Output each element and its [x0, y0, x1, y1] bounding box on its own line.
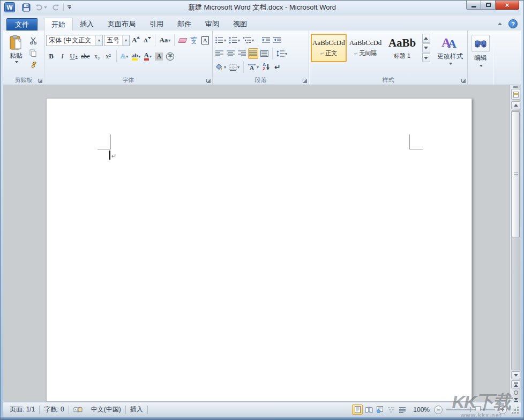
character-shading-button[interactable]: A — [154, 51, 164, 62]
tab-review[interactable]: 审阅 — [198, 18, 226, 31]
text-effects-button[interactable]: A — [119, 51, 130, 62]
tab-insert[interactable]: 插入 — [73, 18, 101, 31]
ruler-toggle-button[interactable] — [511, 89, 520, 100]
scroll-up-button[interactable] — [511, 101, 520, 109]
select-browse-object-button[interactable] — [511, 388, 520, 396]
bold-button[interactable]: B — [46, 51, 56, 62]
clear-formatting-button[interactable] — [177, 35, 188, 46]
minimize-ribbon-button[interactable] — [495, 20, 505, 28]
sort-button[interactable]: A Z — [261, 62, 271, 72]
style-normal[interactable]: AaBbCcDd ↵正文 — [311, 34, 347, 62]
proofing-status[interactable] — [69, 404, 87, 415]
phonetic-guide-button[interactable]: wén 文 — [189, 35, 199, 46]
redo-button[interactable] — [51, 3, 61, 12]
subscript-button[interactable]: x₂ — [92, 51, 102, 62]
restore-button[interactable] — [481, 1, 496, 10]
font-size-dropdown-icon[interactable] — [122, 35, 129, 46]
highlight-color-button[interactable]: ab — [131, 51, 142, 62]
change-styles-button[interactable]: AA 更改样式 — [435, 34, 466, 65]
zoom-in-button[interactable]: + — [498, 406, 507, 414]
scrollbar-track[interactable] — [511, 110, 520, 370]
distributed-button[interactable] — [259, 48, 270, 59]
help-button[interactable]: ? — [508, 19, 518, 28]
font-name-dropdown-icon[interactable] — [95, 35, 102, 46]
zoom-slider-thumb[interactable] — [475, 406, 481, 413]
increase-indent-button[interactable] — [272, 35, 282, 46]
paste-button[interactable]: 粘贴 — [5, 32, 27, 77]
editing-menu-button[interactable] — [471, 35, 490, 52]
shading-button[interactable] — [214, 62, 227, 72]
copy-button[interactable] — [27, 48, 39, 58]
previous-page-button[interactable] — [511, 380, 520, 388]
numbering-button[interactable] — [228, 35, 241, 46]
zoom-out-button[interactable]: − — [434, 406, 443, 414]
superscript-button[interactable]: x² — [103, 51, 114, 62]
insert-mode-indicator[interactable]: 插入 — [126, 404, 147, 415]
customize-qat-button[interactable] — [66, 3, 72, 12]
print-layout-view-button[interactable] — [352, 404, 363, 415]
scrollbar-thumb[interactable] — [512, 111, 520, 237]
font-color-button[interactable]: A — [143, 51, 153, 62]
next-page-button[interactable] — [511, 396, 520, 402]
language-indicator[interactable]: 中文(中国) — [87, 404, 125, 415]
format-painter-button[interactable] — [27, 60, 39, 71]
page-indicator[interactable]: 页面: 1/1 — [5, 404, 39, 415]
zoom-level[interactable]: 100% — [413, 406, 430, 414]
minimize-button[interactable] — [466, 1, 481, 10]
align-left-button[interactable] — [214, 48, 224, 59]
tab-home[interactable]: 开始 — [44, 18, 73, 31]
draft-view-button[interactable] — [397, 404, 408, 415]
strikethrough-button[interactable]: abc — [80, 51, 91, 62]
style-heading1[interactable]: AaBb 标题 1 — [384, 34, 420, 62]
styles-scroll-up-button[interactable] — [422, 34, 430, 43]
save-button[interactable] — [21, 3, 32, 12]
cut-button[interactable] — [27, 35, 39, 46]
tab-view[interactable]: 视图 — [226, 18, 254, 31]
decrease-indent-button[interactable] — [261, 35, 271, 46]
align-right-button[interactable] — [237, 48, 247, 59]
styles-scroll-down-button[interactable] — [422, 43, 430, 52]
font-name-combo[interactable]: 宋体 (中文正文 — [46, 35, 103, 46]
clipboard-dialog-launcher[interactable] — [37, 78, 43, 84]
vertical-scrollbar[interactable] — [510, 85, 521, 402]
character-border-button[interactable]: A — [200, 35, 210, 46]
underline-button[interactable]: U — [69, 51, 79, 62]
enclose-characters-button[interactable]: 字 — [165, 51, 175, 62]
styles-dialog-launcher[interactable] — [460, 78, 466, 84]
paragraph-dialog-launcher[interactable] — [302, 78, 308, 84]
grow-font-button[interactable]: A — [131, 35, 141, 46]
undo-dropdown-icon[interactable] — [44, 6, 47, 9]
style-no-spacing[interactable]: AaBbCcDd ↵无间隔 — [348, 34, 384, 62]
web-layout-view-button[interactable] — [375, 404, 385, 415]
split-handle[interactable] — [513, 86, 518, 88]
word-logo-icon[interactable]: W — [4, 2, 15, 12]
justify-button[interactable] — [248, 48, 258, 59]
borders-button[interactable] — [228, 62, 241, 72]
change-case-button[interactable]: Aa — [158, 35, 171, 46]
tab-page-layout[interactable]: 页面布局 — [101, 18, 143, 31]
undo-button[interactable] — [34, 3, 48, 12]
full-screen-reading-view-button[interactable] — [363, 404, 374, 415]
font-dialog-launcher[interactable] — [205, 78, 211, 84]
tab-file[interactable]: 文件 — [6, 18, 38, 31]
zoom-slider[interactable] — [446, 409, 495, 410]
document-page[interactable]: ↵ — [46, 98, 472, 402]
align-center-button[interactable] — [226, 48, 236, 59]
outline-view-button[interactable] — [386, 404, 396, 415]
line-spacing-button[interactable] — [275, 48, 288, 59]
scroll-down-button[interactable] — [511, 371, 520, 379]
tab-references[interactable]: 引用 — [143, 18, 170, 31]
tab-mailings[interactable]: 邮件 — [170, 18, 198, 31]
styles-gallery-more-button[interactable] — [422, 53, 430, 62]
italic-button[interactable]: I — [57, 51, 68, 62]
close-button[interactable]: × — [496, 1, 519, 10]
multilevel-list-button[interactable] — [242, 35, 255, 46]
shrink-font-button[interactable]: A — [142, 35, 152, 46]
show-hide-marks-button[interactable]: ↵ — [272, 62, 282, 72]
font-size-combo[interactable]: 五号 — [104, 35, 130, 46]
paste-dropdown-icon[interactable] — [15, 61, 18, 63]
window-resize-grip[interactable] — [511, 406, 519, 414]
word-count[interactable]: 字数: 0 — [40, 404, 68, 415]
asian-layout-button[interactable]: A — [246, 62, 260, 72]
bullets-button[interactable] — [214, 35, 227, 46]
